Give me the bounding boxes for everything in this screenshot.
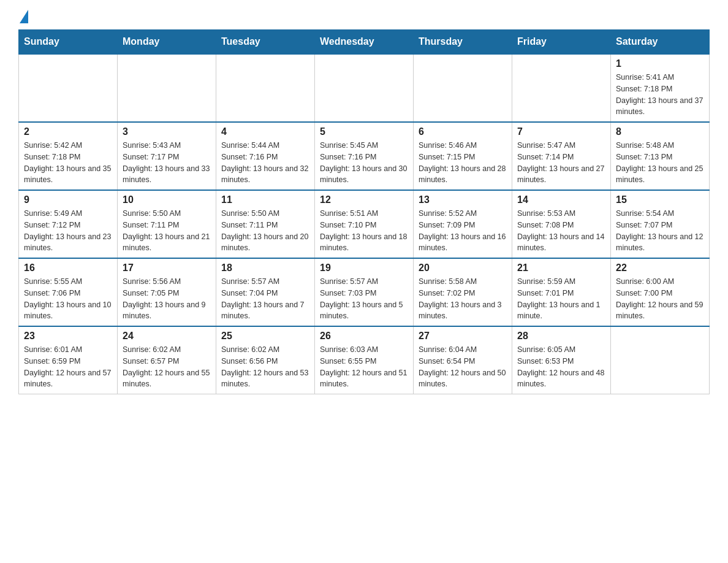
- calendar-cell: 24Sunrise: 6:02 AMSunset: 6:57 PMDayligh…: [118, 326, 216, 394]
- calendar-cell: 5Sunrise: 5:45 AMSunset: 7:16 PMDaylight…: [315, 122, 414, 190]
- day-number: 12: [320, 194, 408, 205]
- calendar-cell: 8Sunrise: 5:48 AMSunset: 7:13 PMDaylight…: [611, 122, 710, 190]
- calendar-cell: [216, 54, 315, 122]
- calendar-cell: 15Sunrise: 5:54 AMSunset: 7:07 PMDayligh…: [611, 190, 710, 258]
- calendar-cell: 20Sunrise: 5:58 AMSunset: 7:02 PMDayligh…: [414, 258, 512, 326]
- day-info: Sunrise: 6:05 AMSunset: 6:53 PMDaylight:…: [517, 344, 605, 390]
- day-info: Sunrise: 5:56 AMSunset: 7:05 PMDaylight:…: [123, 276, 211, 322]
- calendar-table: SundayMondayTuesdayWednesdayThursdayFrid…: [18, 29, 710, 394]
- day-info: Sunrise: 5:52 AMSunset: 7:09 PMDaylight:…: [419, 208, 507, 254]
- day-info: Sunrise: 6:02 AMSunset: 6:57 PMDaylight:…: [123, 344, 211, 390]
- day-info: Sunrise: 5:53 AMSunset: 7:08 PMDaylight:…: [517, 208, 605, 254]
- day-number: 24: [123, 331, 211, 342]
- day-number: 19: [320, 262, 408, 274]
- day-info: Sunrise: 5:59 AMSunset: 7:01 PMDaylight:…: [517, 276, 605, 322]
- day-info: Sunrise: 6:04 AMSunset: 6:54 PMDaylight:…: [419, 344, 507, 390]
- day-info: Sunrise: 5:47 AMSunset: 7:14 PMDaylight:…: [517, 140, 605, 186]
- day-number: 1: [616, 58, 704, 69]
- calendar-cell: 17Sunrise: 5:56 AMSunset: 7:05 PMDayligh…: [118, 258, 216, 326]
- calendar-cell: [19, 54, 118, 122]
- calendar-header-row: SundayMondayTuesdayWednesdayThursdayFrid…: [19, 30, 710, 55]
- day-info: Sunrise: 5:48 AMSunset: 7:13 PMDaylight:…: [616, 140, 704, 186]
- day-number: 25: [221, 331, 309, 342]
- day-info: Sunrise: 6:02 AMSunset: 6:56 PMDaylight:…: [221, 344, 309, 390]
- day-info: Sunrise: 5:55 AMSunset: 7:06 PMDaylight:…: [24, 276, 112, 322]
- day-info: Sunrise: 5:43 AMSunset: 7:17 PMDaylight:…: [123, 140, 211, 186]
- day-info: Sunrise: 5:50 AMSunset: 7:11 PMDaylight:…: [221, 208, 309, 254]
- day-info: Sunrise: 5:54 AMSunset: 7:07 PMDaylight:…: [616, 208, 704, 254]
- calendar-cell: [118, 54, 216, 122]
- calendar-week-4: 16Sunrise: 5:55 AMSunset: 7:06 PMDayligh…: [19, 258, 710, 326]
- calendar-header-sunday: Sunday: [19, 30, 118, 55]
- day-info: Sunrise: 5:58 AMSunset: 7:02 PMDaylight:…: [419, 276, 507, 322]
- calendar-cell: 13Sunrise: 5:52 AMSunset: 7:09 PMDayligh…: [414, 190, 512, 258]
- day-number: 20: [419, 262, 507, 274]
- calendar-header-friday: Friday: [512, 30, 611, 55]
- day-number: 28: [517, 331, 605, 342]
- logo-triangle-icon: [20, 10, 28, 23]
- day-number: 17: [123, 262, 211, 274]
- calendar-cell: 6Sunrise: 5:46 AMSunset: 7:15 PMDaylight…: [414, 122, 512, 190]
- calendar-cell: 25Sunrise: 6:02 AMSunset: 6:56 PMDayligh…: [216, 326, 315, 394]
- day-info: Sunrise: 6:00 AMSunset: 7:00 PMDaylight:…: [616, 276, 704, 322]
- day-info: Sunrise: 5:46 AMSunset: 7:15 PMDaylight:…: [419, 140, 507, 186]
- calendar-cell: 12Sunrise: 5:51 AMSunset: 7:10 PMDayligh…: [315, 190, 414, 258]
- day-info: Sunrise: 5:44 AMSunset: 7:16 PMDaylight:…: [221, 140, 309, 186]
- calendar-cell: 7Sunrise: 5:47 AMSunset: 7:14 PMDaylight…: [512, 122, 611, 190]
- day-info: Sunrise: 6:01 AMSunset: 6:59 PMDaylight:…: [24, 344, 112, 390]
- logo: [18, 12, 28, 23]
- calendar-cell: 2Sunrise: 5:42 AMSunset: 7:18 PMDaylight…: [19, 122, 118, 190]
- day-info: Sunrise: 6:03 AMSunset: 6:55 PMDaylight:…: [320, 344, 408, 390]
- day-info: Sunrise: 5:41 AMSunset: 7:18 PMDaylight:…: [616, 72, 704, 118]
- calendar-cell: 27Sunrise: 6:04 AMSunset: 6:54 PMDayligh…: [414, 326, 512, 394]
- day-number: 21: [517, 262, 605, 274]
- calendar-cell: [512, 54, 611, 122]
- day-number: 26: [320, 331, 408, 342]
- day-number: 11: [221, 194, 309, 205]
- calendar-cell: 4Sunrise: 5:44 AMSunset: 7:16 PMDaylight…: [216, 122, 315, 190]
- day-number: 8: [616, 126, 704, 137]
- calendar-cell: 9Sunrise: 5:49 AMSunset: 7:12 PMDaylight…: [19, 190, 118, 258]
- day-number: 4: [221, 126, 309, 137]
- day-number: 10: [123, 194, 211, 205]
- calendar-cell: 26Sunrise: 6:03 AMSunset: 6:55 PMDayligh…: [315, 326, 414, 394]
- calendar-cell: 28Sunrise: 6:05 AMSunset: 6:53 PMDayligh…: [512, 326, 611, 394]
- calendar-header-monday: Monday: [118, 30, 216, 55]
- calendar-cell: 23Sunrise: 6:01 AMSunset: 6:59 PMDayligh…: [19, 326, 118, 394]
- day-number: 14: [517, 194, 605, 205]
- calendar-cell: 10Sunrise: 5:50 AMSunset: 7:11 PMDayligh…: [118, 190, 216, 258]
- calendar-cell: 14Sunrise: 5:53 AMSunset: 7:08 PMDayligh…: [512, 190, 611, 258]
- day-number: 2: [24, 126, 112, 137]
- calendar-cell: [414, 54, 512, 122]
- day-number: 15: [616, 194, 704, 205]
- calendar-header-tuesday: Tuesday: [216, 30, 315, 55]
- calendar-cell: 1Sunrise: 5:41 AMSunset: 7:18 PMDaylight…: [611, 54, 710, 122]
- day-number: 7: [517, 126, 605, 137]
- day-number: 18: [221, 262, 309, 274]
- calendar-week-2: 2Sunrise: 5:42 AMSunset: 7:18 PMDaylight…: [19, 122, 710, 190]
- day-number: 16: [24, 262, 112, 274]
- calendar-cell: 16Sunrise: 5:55 AMSunset: 7:06 PMDayligh…: [19, 258, 118, 326]
- day-info: Sunrise: 5:50 AMSunset: 7:11 PMDaylight:…: [123, 208, 211, 254]
- day-info: Sunrise: 5:57 AMSunset: 7:04 PMDaylight:…: [221, 276, 309, 322]
- day-number: 5: [320, 126, 408, 137]
- calendar-week-5: 23Sunrise: 6:01 AMSunset: 6:59 PMDayligh…: [19, 326, 710, 394]
- calendar-header-wednesday: Wednesday: [315, 30, 414, 55]
- day-info: Sunrise: 5:57 AMSunset: 7:03 PMDaylight:…: [320, 276, 408, 322]
- day-number: 23: [24, 331, 112, 342]
- day-number: 3: [123, 126, 211, 137]
- page-header: [18, 12, 710, 23]
- calendar-header-saturday: Saturday: [611, 30, 710, 55]
- day-number: 22: [616, 262, 704, 274]
- day-number: 13: [419, 194, 507, 205]
- day-info: Sunrise: 5:45 AMSunset: 7:16 PMDaylight:…: [320, 140, 408, 186]
- day-number: 6: [419, 126, 507, 137]
- day-number: 27: [419, 331, 507, 342]
- calendar-cell: [611, 326, 710, 394]
- calendar-cell: 19Sunrise: 5:57 AMSunset: 7:03 PMDayligh…: [315, 258, 414, 326]
- calendar-header-thursday: Thursday: [414, 30, 512, 55]
- calendar-cell: 3Sunrise: 5:43 AMSunset: 7:17 PMDaylight…: [118, 122, 216, 190]
- calendar-cell: 11Sunrise: 5:50 AMSunset: 7:11 PMDayligh…: [216, 190, 315, 258]
- calendar-cell: 18Sunrise: 5:57 AMSunset: 7:04 PMDayligh…: [216, 258, 315, 326]
- day-number: 9: [24, 194, 112, 205]
